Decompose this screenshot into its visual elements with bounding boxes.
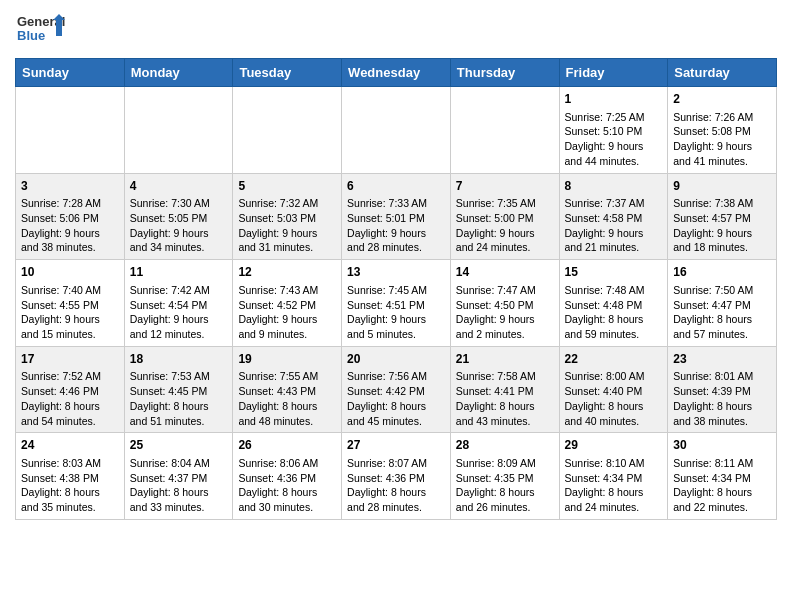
day-number: 22 bbox=[565, 351, 663, 368]
daylight-text: Daylight: 8 hours and 28 minutes. bbox=[347, 485, 445, 514]
calendar-cell: 8Sunrise: 7:37 AMSunset: 4:58 PMDaylight… bbox=[559, 173, 668, 260]
day-number: 27 bbox=[347, 437, 445, 454]
calendar-cell: 2Sunrise: 7:26 AMSunset: 5:08 PMDaylight… bbox=[668, 87, 777, 174]
daylight-text: Daylight: 8 hours and 54 minutes. bbox=[21, 399, 119, 428]
calendar-cell: 9Sunrise: 7:38 AMSunset: 4:57 PMDaylight… bbox=[668, 173, 777, 260]
sunrise-text: Sunrise: 7:32 AM bbox=[238, 196, 336, 211]
day-number: 11 bbox=[130, 264, 228, 281]
sunrise-text: Sunrise: 7:30 AM bbox=[130, 196, 228, 211]
sunrise-text: Sunrise: 7:33 AM bbox=[347, 196, 445, 211]
calendar-cell: 1Sunrise: 7:25 AMSunset: 5:10 PMDaylight… bbox=[559, 87, 668, 174]
calendar-cell bbox=[124, 87, 233, 174]
weekday-tuesday: Tuesday bbox=[233, 59, 342, 87]
sunset-text: Sunset: 4:37 PM bbox=[130, 471, 228, 486]
daylight-text: Daylight: 8 hours and 45 minutes. bbox=[347, 399, 445, 428]
sunset-text: Sunset: 4:43 PM bbox=[238, 384, 336, 399]
sunrise-text: Sunrise: 8:00 AM bbox=[565, 369, 663, 384]
day-number: 12 bbox=[238, 264, 336, 281]
calendar-cell: 5Sunrise: 7:32 AMSunset: 5:03 PMDaylight… bbox=[233, 173, 342, 260]
day-number: 8 bbox=[565, 178, 663, 195]
sunset-text: Sunset: 5:01 PM bbox=[347, 211, 445, 226]
day-number: 14 bbox=[456, 264, 554, 281]
calendar-cell bbox=[450, 87, 559, 174]
sunrise-text: Sunrise: 7:28 AM bbox=[21, 196, 119, 211]
calendar-cell: 27Sunrise: 8:07 AMSunset: 4:36 PMDayligh… bbox=[342, 433, 451, 520]
day-number: 24 bbox=[21, 437, 119, 454]
day-number: 15 bbox=[565, 264, 663, 281]
day-number: 16 bbox=[673, 264, 771, 281]
calendar-cell: 7Sunrise: 7:35 AMSunset: 5:00 PMDaylight… bbox=[450, 173, 559, 260]
logo-svg: General Blue bbox=[15, 10, 65, 50]
daylight-text: Daylight: 9 hours and 15 minutes. bbox=[21, 312, 119, 341]
logo: General Blue bbox=[15, 10, 65, 50]
calendar-cell: 3Sunrise: 7:28 AMSunset: 5:06 PMDaylight… bbox=[16, 173, 125, 260]
sunrise-text: Sunrise: 7:52 AM bbox=[21, 369, 119, 384]
sunset-text: Sunset: 5:00 PM bbox=[456, 211, 554, 226]
sunrise-text: Sunrise: 8:03 AM bbox=[21, 456, 119, 471]
calendar-week-5: 24Sunrise: 8:03 AMSunset: 4:38 PMDayligh… bbox=[16, 433, 777, 520]
weekday-saturday: Saturday bbox=[668, 59, 777, 87]
page-header: General Blue bbox=[15, 10, 777, 50]
daylight-text: Daylight: 8 hours and 57 minutes. bbox=[673, 312, 771, 341]
calendar-week-2: 3Sunrise: 7:28 AMSunset: 5:06 PMDaylight… bbox=[16, 173, 777, 260]
day-number: 23 bbox=[673, 351, 771, 368]
daylight-text: Daylight: 8 hours and 26 minutes. bbox=[456, 485, 554, 514]
day-number: 3 bbox=[21, 178, 119, 195]
day-number: 28 bbox=[456, 437, 554, 454]
calendar-cell bbox=[233, 87, 342, 174]
calendar-cell: 16Sunrise: 7:50 AMSunset: 4:47 PMDayligh… bbox=[668, 260, 777, 347]
day-number: 29 bbox=[565, 437, 663, 454]
sunrise-text: Sunrise: 7:56 AM bbox=[347, 369, 445, 384]
sunset-text: Sunset: 4:34 PM bbox=[565, 471, 663, 486]
day-number: 19 bbox=[238, 351, 336, 368]
daylight-text: Daylight: 9 hours and 12 minutes. bbox=[130, 312, 228, 341]
daylight-text: Daylight: 9 hours and 41 minutes. bbox=[673, 139, 771, 168]
sunrise-text: Sunrise: 8:06 AM bbox=[238, 456, 336, 471]
calendar-week-1: 1Sunrise: 7:25 AMSunset: 5:10 PMDaylight… bbox=[16, 87, 777, 174]
weekday-thursday: Thursday bbox=[450, 59, 559, 87]
day-number: 17 bbox=[21, 351, 119, 368]
calendar-cell: 10Sunrise: 7:40 AMSunset: 4:55 PMDayligh… bbox=[16, 260, 125, 347]
sunrise-text: Sunrise: 7:42 AM bbox=[130, 283, 228, 298]
sunrise-text: Sunrise: 7:40 AM bbox=[21, 283, 119, 298]
day-number: 13 bbox=[347, 264, 445, 281]
sunrise-text: Sunrise: 7:50 AM bbox=[673, 283, 771, 298]
calendar-cell: 26Sunrise: 8:06 AMSunset: 4:36 PMDayligh… bbox=[233, 433, 342, 520]
calendar-cell: 18Sunrise: 7:53 AMSunset: 4:45 PMDayligh… bbox=[124, 346, 233, 433]
day-number: 26 bbox=[238, 437, 336, 454]
sunset-text: Sunset: 4:50 PM bbox=[456, 298, 554, 313]
calendar-cell: 11Sunrise: 7:42 AMSunset: 4:54 PMDayligh… bbox=[124, 260, 233, 347]
weekday-header-row: SundayMondayTuesdayWednesdayThursdayFrid… bbox=[16, 59, 777, 87]
calendar-cell: 6Sunrise: 7:33 AMSunset: 5:01 PMDaylight… bbox=[342, 173, 451, 260]
weekday-monday: Monday bbox=[124, 59, 233, 87]
sunset-text: Sunset: 4:45 PM bbox=[130, 384, 228, 399]
sunrise-text: Sunrise: 7:55 AM bbox=[238, 369, 336, 384]
sunset-text: Sunset: 4:39 PM bbox=[673, 384, 771, 399]
day-number: 1 bbox=[565, 91, 663, 108]
sunrise-text: Sunrise: 7:26 AM bbox=[673, 110, 771, 125]
sunset-text: Sunset: 5:06 PM bbox=[21, 211, 119, 226]
sunrise-text: Sunrise: 7:48 AM bbox=[565, 283, 663, 298]
daylight-text: Daylight: 9 hours and 44 minutes. bbox=[565, 139, 663, 168]
daylight-text: Daylight: 9 hours and 38 minutes. bbox=[21, 226, 119, 255]
calendar-cell: 23Sunrise: 8:01 AMSunset: 4:39 PMDayligh… bbox=[668, 346, 777, 433]
calendar-cell: 12Sunrise: 7:43 AMSunset: 4:52 PMDayligh… bbox=[233, 260, 342, 347]
sunset-text: Sunset: 4:57 PM bbox=[673, 211, 771, 226]
daylight-text: Daylight: 8 hours and 35 minutes. bbox=[21, 485, 119, 514]
calendar-cell: 28Sunrise: 8:09 AMSunset: 4:35 PMDayligh… bbox=[450, 433, 559, 520]
day-number: 5 bbox=[238, 178, 336, 195]
daylight-text: Daylight: 9 hours and 28 minutes. bbox=[347, 226, 445, 255]
sunset-text: Sunset: 5:08 PM bbox=[673, 124, 771, 139]
sunrise-text: Sunrise: 8:10 AM bbox=[565, 456, 663, 471]
weekday-wednesday: Wednesday bbox=[342, 59, 451, 87]
day-number: 30 bbox=[673, 437, 771, 454]
day-number: 2 bbox=[673, 91, 771, 108]
calendar-week-4: 17Sunrise: 7:52 AMSunset: 4:46 PMDayligh… bbox=[16, 346, 777, 433]
weekday-sunday: Sunday bbox=[16, 59, 125, 87]
daylight-text: Daylight: 9 hours and 9 minutes. bbox=[238, 312, 336, 341]
sunrise-text: Sunrise: 8:11 AM bbox=[673, 456, 771, 471]
sunset-text: Sunset: 4:36 PM bbox=[347, 471, 445, 486]
daylight-text: Daylight: 9 hours and 2 minutes. bbox=[456, 312, 554, 341]
sunset-text: Sunset: 4:47 PM bbox=[673, 298, 771, 313]
sunset-text: Sunset: 4:52 PM bbox=[238, 298, 336, 313]
